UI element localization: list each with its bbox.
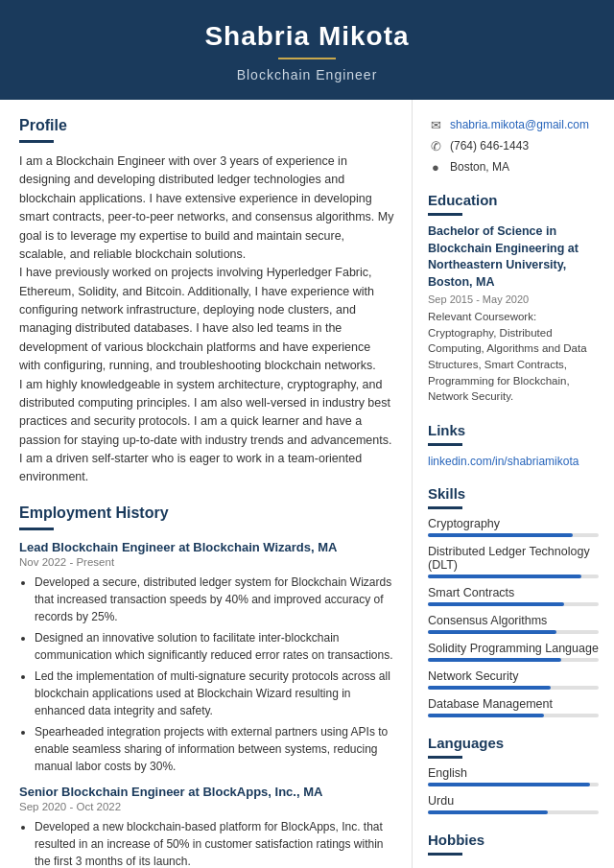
hobbies-divider [428,853,462,856]
skill-item: Solidity Programming Language [428,642,599,662]
skill-item: Network Security [428,669,599,690]
skill-name: Network Security [428,669,599,683]
list-item: Led the implementation of multi-signatur… [35,668,394,719]
language-name: English [428,766,599,780]
edu-coursework: Relevant Coursework: Cryptography, Distr… [428,309,599,405]
location-icon: ● [428,159,443,175]
contact-phone: ✆ (764) 646-1443 [428,138,599,153]
edu-dates: Sep 2015 - May 2020 [428,293,599,305]
candidate-title: Blockchain Engineer [19,67,595,82]
linkedin-link-container: linkedin.com/in/shabriamikota [428,454,599,468]
job-2: Senior Blockchain Engineer at BlockApps,… [19,785,394,868]
skill-bar-fill [428,575,581,578]
email-icon: ✉ [428,117,443,132]
skill-bar-fill [428,714,544,717]
page-header: Shabria Mikota Blockchain Engineer [0,0,614,100]
list-item: Spearheaded integration projects with ex… [35,723,394,775]
education-heading: Education [428,192,599,208]
links-section: Links linkedin.com/in/shabriamikota [428,422,599,468]
education-section: Education Bachelor of Science in Blockch… [428,192,599,405]
job-1: Lead Blockchain Engineer at Blockchain W… [19,540,394,775]
list-item: Designed an innovative solution to facil… [35,629,394,664]
skill-bar-fill [428,658,561,662]
email-link[interactable]: shabria.mikota@gmail.com [450,118,589,131]
contact-section: ✉ shabria.mikota@gmail.com ✆ (764) 646-1… [428,117,599,175]
skill-item: Cryptography [428,517,599,537]
skill-bar-bg [428,602,599,606]
skill-bar-fill [428,533,573,537]
hobbies-section: Hobbies [428,832,599,856]
language-bar-fill [428,810,548,814]
skills-heading: Skills [428,485,599,502]
contact-location: ● Boston, MA [428,159,599,175]
skill-bar-bg [428,714,599,717]
links-heading: Links [428,422,599,438]
skill-bar-fill [428,602,564,606]
languages-divider [428,756,462,759]
skill-item: Smart Contracts [428,586,599,606]
location-text: Boston, MA [450,160,509,174]
profile-divider [19,140,54,143]
left-column: Profile I am a Blockchain Engineer with … [0,100,413,868]
language-bar-bg [428,783,599,786]
phone-icon: ✆ [428,138,443,153]
skill-bar-fill [428,630,556,634]
skill-item: Consensus Algorithms [428,614,599,634]
skill-item: Distributed Ledger Technology (DLT) [428,545,599,578]
phone-text: (764) 646-1443 [450,139,529,152]
job-2-bullets: Developed a new blockchain-based platfor… [19,818,394,868]
employment-heading: Employment History [19,504,394,522]
skill-bar-bg [428,686,599,690]
skill-name: Database Management [428,697,599,711]
employment-divider [19,528,54,530]
language-name: Urdu [428,794,599,808]
languages-heading: Languages [428,735,599,751]
skills-section: Skills Cryptography Distributed Ledger T… [428,485,599,717]
skill-name: Distributed Ledger Technology (DLT) [428,545,599,572]
list-item: Developed a secure, distributed ledger s… [35,574,394,625]
job-2-dates: Sep 2020 - Oct 2022 [19,801,394,812]
profile-text: I am a Blockchain Engineer with over 3 y… [19,152,394,487]
profile-section: Profile I am a Blockchain Engineer with … [19,117,394,487]
skill-item: Database Management [428,697,599,717]
job-1-title: Lead Blockchain Engineer at Blockchain W… [19,540,394,554]
skill-name: Consensus Algorithms [428,614,599,627]
skill-name: Cryptography [428,517,599,530]
skill-bar-bg [428,533,599,537]
language-bar-bg [428,810,599,814]
skill-bar-fill [428,686,551,690]
skill-bar-bg [428,630,599,634]
linkedin-link[interactable]: linkedin.com/in/shabriamikota [428,455,579,468]
job-1-bullets: Developed a secure, distributed ledger s… [19,574,394,775]
language-item: Urdu [428,794,599,814]
list-item: Developed a new blockchain-based platfor… [35,818,394,868]
header-divider [278,58,336,59]
links-divider [428,443,462,446]
contact-email: ✉ shabria.mikota@gmail.com [428,117,599,132]
main-layout: Profile I am a Blockchain Engineer with … [0,100,614,868]
skill-bar-bg [428,575,599,578]
job-1-dates: Nov 2022 - Present [19,556,394,568]
hobbies-heading: Hobbies [428,832,599,848]
skill-name: Smart Contracts [428,586,599,599]
right-column: ✉ shabria.mikota@gmail.com ✆ (764) 646-1… [413,100,614,868]
languages-section: Languages English Urdu [428,735,599,814]
language-bar-fill [428,783,590,786]
skills-divider [428,506,462,509]
candidate-name: Shabria Mikota [19,21,595,52]
language-item: English [428,766,599,786]
profile-heading: Profile [19,117,394,134]
education-divider [428,213,462,216]
employment-section: Employment History Lead Blockchain Engin… [19,504,394,868]
job-2-title: Senior Blockchain Engineer at BlockApps,… [19,785,394,799]
edu-degree: Bachelor of Science in Blockchain Engine… [428,223,599,291]
skill-bar-bg [428,658,599,662]
skill-name: Solidity Programming Language [428,642,599,655]
